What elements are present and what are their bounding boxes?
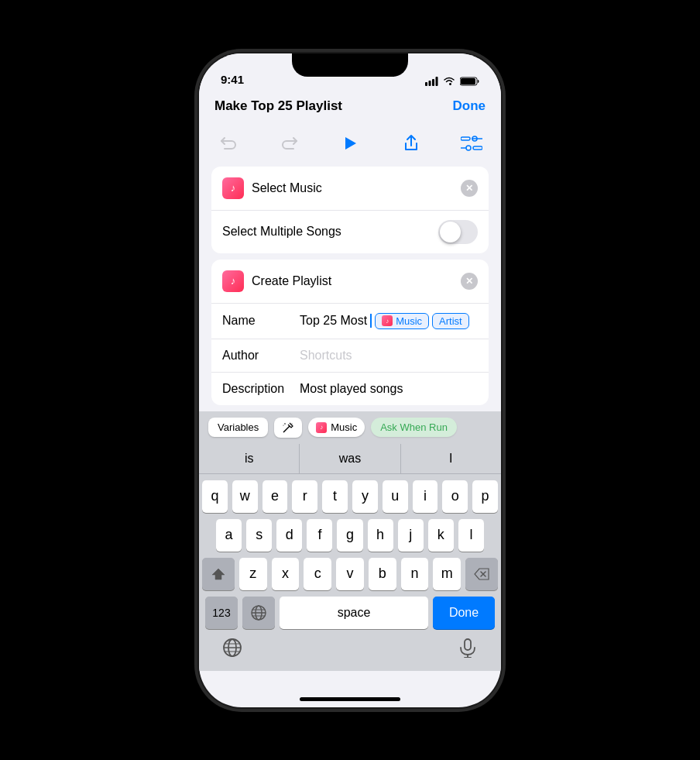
undo-button[interactable] [214, 129, 242, 157]
key-e[interactable]: e [262, 480, 288, 513]
play-button[interactable] [336, 129, 364, 157]
select-multiple-row: Select Multiple Songs [211, 211, 489, 253]
key-c[interactable]: c [304, 558, 331, 590]
description-value[interactable]: Most played songs [300, 382, 403, 396]
phone-bottom [199, 632, 501, 671]
key-m[interactable]: m [433, 558, 461, 590]
svg-rect-1 [429, 81, 431, 86]
key-u[interactable]: u [383, 480, 408, 513]
space-button[interactable]: space [280, 597, 428, 629]
key-h[interactable]: h [368, 519, 393, 552]
done-button[interactable]: Done [433, 597, 495, 629]
wand-icon [282, 421, 294, 434]
battery-icon [460, 77, 479, 86]
svg-rect-2 [432, 79, 434, 86]
key-f[interactable]: f [307, 519, 332, 552]
svg-rect-30 [465, 639, 471, 650]
music-pill[interactable]: ♪ Music [308, 418, 365, 437]
select-multiple-label: Select Multiple Songs [222, 225, 341, 239]
status-icons [425, 77, 479, 86]
key-g[interactable]: g [337, 519, 362, 552]
bottom-globe-icon[interactable] [222, 638, 242, 658]
variables-label: Variables [218, 421, 259, 433]
nav-bar: Make Top 25 Playlist Done [199, 92, 501, 123]
wifi-icon [443, 77, 455, 86]
key-i[interactable]: i [413, 480, 438, 513]
key-x[interactable]: x [272, 558, 300, 590]
create-playlist-close-button[interactable]: ✕ [461, 273, 478, 290]
svg-rect-5 [461, 78, 475, 84]
key-o[interactable]: o [442, 480, 468, 513]
microphone-icon[interactable] [458, 638, 478, 658]
create-playlist-header: ♪ Create Playlist ✕ [211, 260, 489, 304]
select-multiple-toggle[interactable] [438, 220, 478, 244]
key-s[interactable]: s [246, 519, 272, 552]
key-a[interactable]: a [216, 519, 242, 552]
select-music-card: ♪ Select Music ✕ Select Multiple Songs [211, 167, 489, 253]
key-l[interactable]: l [458, 519, 484, 552]
predictive-word-2[interactable]: was [300, 444, 400, 473]
svg-rect-0 [425, 82, 427, 86]
globe-icon [250, 604, 267, 621]
svg-rect-7 [461, 137, 470, 140]
keyboard-row-1: q w e r t y u i o p [202, 480, 498, 513]
variables-pill[interactable]: Variables [208, 418, 268, 437]
nav-title: Make Top 25 Playlist [214, 98, 342, 114]
music-token-label: Music [396, 315, 422, 327]
music-pill-icon: ♪ [316, 422, 327, 433]
select-music-header: ♪ Select Music ✕ [211, 167, 489, 211]
music-token-pill[interactable]: ♪ Music [375, 313, 429, 329]
key-y[interactable]: y [352, 480, 378, 513]
select-music-icon: ♪ [222, 177, 244, 199]
playlist-author-row: Author Shortcuts [211, 339, 489, 373]
key-q[interactable]: q [202, 480, 228, 513]
create-playlist-title: Create Playlist [252, 274, 331, 288]
key-b[interactable]: b [369, 558, 396, 590]
globe-button[interactable] [242, 597, 275, 629]
key-t[interactable]: t [322, 480, 348, 513]
svg-point-10 [466, 146, 471, 150]
ask-when-run-pill[interactable]: Ask When Run [371, 418, 457, 437]
key-w[interactable]: w [232, 480, 258, 513]
author-label: Author [222, 349, 300, 363]
playlist-name-row: Name Top 25 Most ♪ Music Artist [211, 304, 489, 339]
svg-rect-8 [473, 146, 482, 150]
status-time: 9:41 [221, 73, 244, 86]
svg-point-14 [284, 423, 286, 425]
create-playlist-card: ♪ Create Playlist ✕ Name Top 25 Most ♪ M… [211, 260, 489, 405]
svg-marker-6 [345, 137, 356, 150]
key-n[interactable]: n [401, 558, 429, 590]
svg-point-15 [283, 425, 284, 425]
share-button[interactable] [397, 129, 425, 157]
shift-button[interactable] [202, 558, 235, 590]
token-music-icon: ♪ [382, 315, 393, 326]
key-p[interactable]: p [472, 480, 498, 513]
name-value[interactable]: Top 25 Most ♪ Music Artist [300, 313, 478, 329]
settings-button[interactable] [458, 129, 486, 157]
keyboard-bottom-row: 123 space Done [202, 597, 498, 629]
name-text: Top 25 Most [300, 314, 367, 328]
keyboard: q w e r t y u i o p a s d f g h j k l [199, 474, 501, 632]
magic-pill[interactable] [274, 418, 302, 438]
artist-token-pill[interactable]: Artist [432, 313, 469, 329]
author-placeholder[interactable]: Shortcuts [300, 349, 352, 363]
key-r[interactable]: r [292, 480, 317, 513]
predictive-word-1[interactable]: is [199, 444, 300, 473]
predictive-word-3[interactable]: I [401, 444, 501, 473]
nav-done-button[interactable]: Done [453, 98, 486, 114]
numbers-button[interactable]: 123 [205, 597, 238, 629]
key-j[interactable]: j [398, 519, 424, 552]
home-indicator[interactable] [300, 697, 400, 701]
key-v[interactable]: v [336, 558, 364, 590]
select-music-close-button[interactable]: ✕ [461, 180, 478, 197]
name-label: Name [222, 314, 300, 328]
delete-button[interactable] [465, 558, 498, 590]
key-d[interactable]: d [276, 519, 302, 552]
create-playlist-icon: ♪ [222, 270, 244, 292]
redo-button[interactable] [276, 129, 304, 157]
key-z[interactable]: z [239, 558, 267, 590]
music-pill-label: Music [331, 421, 357, 433]
description-label: Description [222, 382, 300, 396]
keyboard-row-3: z x c v b n m [202, 558, 498, 590]
key-k[interactable]: k [428, 519, 454, 552]
